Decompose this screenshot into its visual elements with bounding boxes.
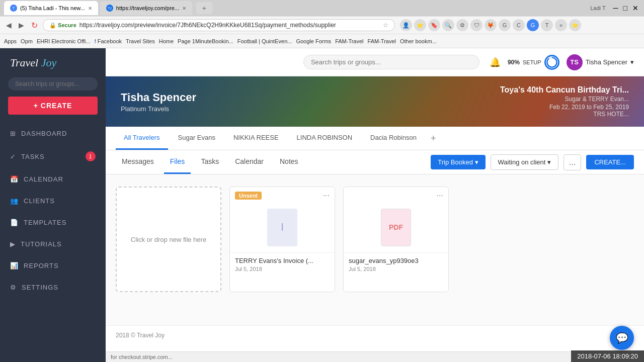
secure-icon: 🔒 Secure [49, 22, 76, 29]
new-tab-btn[interactable]: + [196, 2, 212, 14]
trip-booked-btn[interactable]: Trip Booked ▾ [431, 155, 485, 169]
bookmark-football[interactable]: Football | QuintEven... [237, 38, 292, 44]
section-create-btn[interactable]: CREATE... [586, 155, 634, 169]
maximize-btn[interactable]: □ [623, 4, 627, 12]
avatar-initials: TS [570, 58, 579, 66]
traveler-tab-dacia[interactable]: Dacia Robinson [362, 127, 425, 150]
file-card-1-icon: I [230, 202, 335, 252]
bookmark-star-icon[interactable]: ☆ [383, 22, 388, 29]
minimize-btn[interactable]: ─ [613, 4, 618, 12]
extension-icon-2[interactable]: ⭐ [414, 19, 426, 31]
more-extensions-btn[interactable]: » [555, 19, 567, 31]
bookmark-fam-travel-1[interactable]: FAM-Travel [335, 38, 363, 44]
app-logo-text: Travel Joy [10, 56, 96, 69]
sidebar-item-settings[interactable]: ⚙ SETTINGS [0, 277, 106, 298]
user-menu-btn[interactable]: TS Tisha Spencer ▾ [567, 54, 634, 70]
browser-tab-active[interactable]: T (5) Tisha Ladi - This new... ✕ [4, 1, 98, 15]
bookmark-other[interactable]: Other bookm... [400, 38, 437, 44]
sidebar-item-clients[interactable]: 👥 CLIENTS [0, 190, 106, 212]
extension-icon-3[interactable]: 🔖 [428, 19, 440, 31]
bookmark-apps[interactable]: Apps [4, 38, 17, 44]
hero-trip-dates: Feb 22, 2019 to Feb 25, 2019 [500, 104, 629, 111]
tab-close-1[interactable]: ✕ [88, 6, 92, 11]
header-search-input[interactable] [303, 55, 479, 69]
setup-text-label: SETUP [523, 59, 541, 65]
status-text: for checkout.stripe.com... [111, 354, 173, 360]
bookmark-google-forms[interactable]: Google Forms [296, 38, 331, 44]
section-tab-messages[interactable]: Messages [116, 150, 160, 174]
hero-trip-hotel: TRS HOTE... [500, 111, 629, 118]
sidebar-search-input[interactable] [8, 77, 98, 90]
add-traveler-btn[interactable]: + [431, 133, 436, 144]
more-options-btn[interactable]: ... [564, 154, 581, 170]
bookmark-opm[interactable]: Opm [21, 38, 33, 44]
file-card-2-menu-btn[interactable]: ··· [437, 191, 443, 200]
section-tab-files[interactable]: Files [164, 150, 191, 174]
close-btn[interactable]: ✕ [632, 4, 638, 12]
reload-btn[interactable]: ↻ [29, 20, 40, 31]
hero-trip-title: Toya's 40th Cancun Birthday Tri... [500, 85, 629, 95]
sidebar: Travel Joy + CREATE ⊞ DASHBOARD ✓ TASKS … [0, 48, 106, 362]
extension-icon-4[interactable]: 🔍 [442, 19, 454, 31]
browser-tab-2[interactable]: TJ https://traveljoy.com/pre... ✕ [100, 1, 192, 15]
file-card-1[interactable]: Unsent ··· I TERRY Evans's Invoice (... … [229, 187, 335, 292]
extension-icon-11[interactable]: T [541, 19, 553, 31]
unsent-badge: Unsent [235, 192, 262, 200]
setup-progress-ring [544, 55, 559, 70]
forward-btn[interactable]: ▶ [17, 20, 26, 30]
file-card-1-date: Jul 5, 2018 [235, 266, 330, 272]
sidebar-item-tutorials[interactable]: ▶ TUTORIALS [0, 233, 106, 255]
user-name-label: Tisha Spencer [586, 58, 627, 66]
hero-banner: Tisha Spencer Platinum Travels Toya's 40… [106, 76, 644, 127]
bookmark-1minute[interactable]: Page 1MinuteBookin... [178, 38, 233, 44]
waiting-client-btn[interactable]: Waiting on client ▾ [491, 154, 559, 170]
file-card-2[interactable]: ··· PDF sugar_evans_yp939oe3 Jul 5, 2018 [343, 187, 449, 292]
bookmarks-icon[interactable]: ⭐ [569, 19, 581, 31]
bookmark-fam-travel-2[interactable]: FAM-Travel [368, 38, 396, 44]
sidebar-item-templates[interactable]: 📄 TEMPLATES [0, 212, 106, 233]
section-tab-tasks[interactable]: Tasks [195, 150, 225, 174]
file-upload-zone[interactable]: Click or drop new file here [116, 187, 221, 292]
tab-close-2[interactable]: ✕ [182, 6, 186, 11]
header-search-container [303, 55, 479, 69]
app-container: Travel Joy + CREATE ⊞ DASHBOARD ✓ TASKS … [0, 48, 644, 362]
pdf-icon: PDF [381, 209, 411, 246]
chat-widget-btn[interactable]: 💬 [610, 326, 634, 350]
extension-icon-7[interactable]: 🦊 [485, 19, 497, 31]
content-area: All Travelers Sugar Evans NIKKIA REESE L… [106, 127, 644, 351]
clients-icon: 👥 [10, 197, 19, 205]
traveler-tab-sugar[interactable]: Sugar Evans [170, 127, 223, 150]
traveler-tab-nikkia[interactable]: NIKKIA REESE [225, 127, 287, 150]
extension-icon-6[interactable]: 🛡 [470, 19, 482, 31]
file-card-1-name: TERRY Evans's Invoice (... [235, 257, 330, 264]
file-card-2-header: ··· [344, 187, 448, 202]
back-btn[interactable]: ◀ [4, 20, 14, 30]
sidebar-item-reports[interactable]: 📊 REPORTS [0, 255, 106, 277]
traveler-tab-linda[interactable]: LINDA ROBINSON [289, 127, 361, 150]
bookmark-home[interactable]: Home [159, 38, 174, 44]
sidebar-item-calendar[interactable]: 📅 CALENDAR [0, 168, 106, 190]
file-card-1-info: TERRY Evans's Invoice (... Jul 5, 2018 [230, 252, 335, 278]
tasks-icon: ✓ [10, 153, 16, 160]
address-bar[interactable]: 🔒 Secure https://traveljoy.com/preview/i… [43, 19, 395, 31]
create-button[interactable]: + CREATE [8, 97, 98, 115]
bell-icon[interactable]: 🔔 [490, 57, 501, 68]
section-tab-notes[interactable]: Notes [274, 150, 304, 174]
reports-icon: 📊 [10, 262, 19, 269]
extension-icon-1[interactable]: 👤 [400, 19, 412, 31]
traveler-tab-all[interactable]: All Travelers [116, 127, 168, 150]
extension-icon-9[interactable]: C [513, 19, 525, 31]
extension-icon-5[interactable]: ⚙ [456, 19, 468, 31]
sidebar-item-dashboard[interactable]: ⊞ DASHBOARD [0, 123, 106, 144]
bookmark-ehri[interactable]: EHRI Electronic Offi... [37, 38, 91, 44]
section-tab-actions: Trip Booked ▾ Waiting on client ▾ ... CR… [431, 154, 634, 170]
sidebar-item-tasks[interactable]: ✓ TASKS 1 [0, 144, 106, 168]
bookmark-facebook[interactable]: f Facebook [95, 38, 122, 44]
calendar-icon: 📅 [10, 175, 19, 183]
file-card-1-menu-btn[interactable]: ··· [323, 191, 330, 200]
bookmark-travel-sites[interactable]: Travel Sites [126, 38, 155, 44]
section-tab-calendar[interactable]: Calendar [229, 150, 270, 174]
tab-favicon-1: T [10, 5, 17, 12]
extension-icon-10[interactable]: G [527, 19, 539, 31]
extension-icon-8[interactable]: G [499, 19, 511, 31]
